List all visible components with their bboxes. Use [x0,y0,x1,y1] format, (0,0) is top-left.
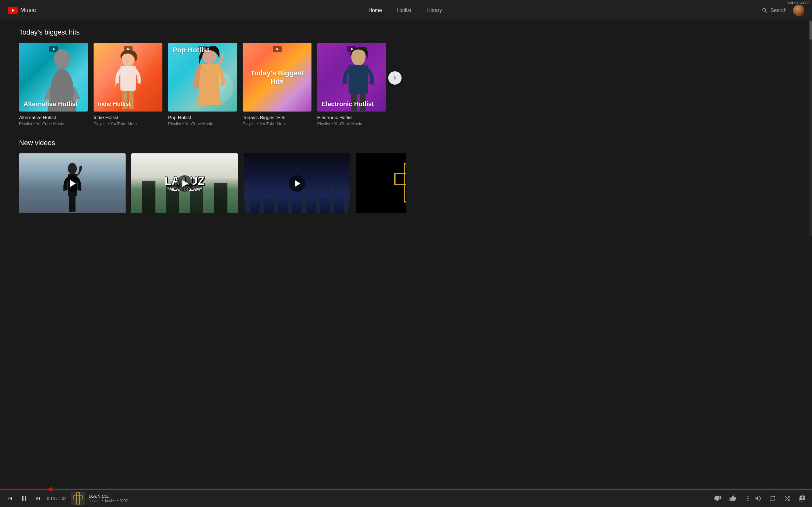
thumb-label-pop: Pop Hotlist [172,46,233,54]
nav-home[interactable]: Home [361,5,390,16]
card-title-alt: Alternative Hotlist [19,115,88,120]
video-card-4[interactable] [356,153,406,213]
svg-rect-8 [120,66,136,90]
card-electronic-hotlist[interactable]: Electronic Hotlist Electronic Hotlist Pl… [317,43,386,126]
new-videos-title: New videos [0,139,406,147]
biggest-hits-title: Today's biggest hits [0,28,406,37]
thumb-label-electronic: Electronic Hotlist [322,100,382,108]
card-alt-hotlist[interactable]: Alternative Hotlist Alternative Hotlist … [19,43,88,126]
logo-text: Music [20,7,36,14]
thumb-label-biggest: Today's Biggest Hits [243,63,311,92]
main-nav: Home Hotlist Library [49,5,406,16]
youtube-icon [8,7,18,14]
card-title-electronic: Electronic Hotlist [317,115,386,120]
card-indie-hotlist[interactable]: Indie Hotlist Indie Hotlist Playlist • Y… [94,43,162,126]
svg-rect-25 [72,196,75,212]
svg-rect-24 [69,196,72,212]
new-videos-section: New videos [0,139,406,213]
video-cards-row: LA LUZ "MEAN DREAM" [0,153,406,213]
logo[interactable]: Music [8,7,36,14]
biggest-hits-section: Today's biggest hits [0,28,406,126]
card-subtitle-pop: Playlist • YouTube Music [168,121,237,126]
thumb-electronic-hotlist: Electronic Hotlist [317,43,386,112]
thumb-label-indie: Indie Hotlist [98,101,158,108]
thumb-label-alt: Alternative Hotlist [23,100,84,108]
thumb-pop-hotlist: Pop Hotlist [168,43,237,112]
header: Music Home Hotlist Library Search EARLY … [0,0,406,20]
card-subtitle-indie: Playlist • YouTube Music [94,121,162,126]
video-thumb-3 [244,153,350,213]
video-thumb-4 [356,153,406,213]
card-title-biggest: Today's Biggest Hits [243,115,311,120]
card-biggest-hits[interactable]: Today's Biggest Hits Today's Biggest Hit… [243,43,311,126]
video-thumb-1 [19,153,125,213]
thumb-biggest-hits: Today's Biggest Hits [243,43,311,112]
main-content: Today's biggest hits [0,20,406,236]
play-overlay-2 [176,175,193,192]
card-title-pop: Pop Hotlist [168,115,237,120]
svg-point-22 [68,163,77,174]
card-pop-hotlist[interactable]: Pop Hotlist Pop Hotlist Playlist • YouTu… [168,43,237,126]
card-title-indie: Indie Hotlist [94,115,162,120]
card-subtitle-electronic: Playlist • YouTube Music [317,121,386,126]
svg-rect-19 [349,65,368,95]
svg-point-4 [54,49,70,69]
cross-icon [393,162,406,204]
play-overlay-1 [64,175,81,192]
justice-cross [393,162,406,205]
playlist-cards-row: Alternative Hotlist Alternative Hotlist … [0,43,406,126]
thumb-yt-icon-4 [273,46,282,52]
carousel-next-button[interactable] [388,71,402,84]
thumb-indie-hotlist: Indie Hotlist [94,43,162,112]
person-silhouette-3 [182,46,237,112]
video-card-2[interactable]: LA LUZ "MEAN DREAM" [131,153,238,213]
nav-hotlist[interactable]: Hotlist [390,5,406,16]
play-overlay-3 [289,175,305,192]
thumb-alt-hotlist: Alternative Hotlist [19,43,88,112]
video-card-1[interactable] [19,153,125,213]
video-card-3[interactable] [244,153,350,213]
card-subtitle-biggest: Playlist • YouTube Music [243,121,311,126]
video-thumb-2: LA LUZ "MEAN DREAM" [131,153,238,213]
card-subtitle-alt: Playlist • YouTube Music [19,121,88,126]
